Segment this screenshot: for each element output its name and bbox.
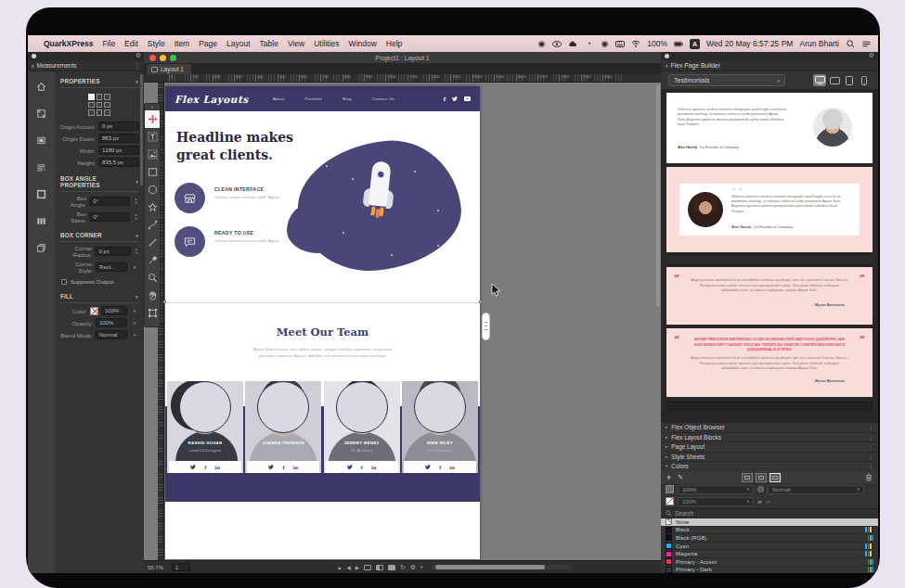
selection-handle[interactable] (163, 300, 166, 303)
opacity-select[interactable]: 100% (96, 318, 127, 327)
view-split-icon[interactable] (376, 565, 383, 570)
design-page[interactable]: Flex Layouts AboutPortfolioBlogContact U… (165, 86, 480, 559)
chevron-down-icon[interactable]: ▾ (130, 330, 139, 339)
display-icon[interactable]: ◉ (600, 39, 609, 48)
oval-box-tool[interactable] (145, 181, 160, 198)
palette-close-button[interactable] (665, 54, 669, 58)
tint-swatch[interactable] (666, 497, 674, 505)
box-tab-icon[interactable] (32, 132, 51, 148)
field-input[interactable]: 0 px (98, 121, 139, 131)
suppress-output-checkbox[interactable] (61, 279, 67, 285)
keyboard-icon[interactable] (615, 39, 625, 48)
menu-item[interactable]: Style (148, 39, 165, 48)
shade-select[interactable]: 100%▾ (678, 485, 754, 494)
rectangle-box-tool[interactable] (145, 163, 160, 181)
menu-item[interactable]: Page (199, 39, 217, 48)
panel-section-row[interactable]: ▸ Flex Layout Blocks ⋮ (661, 433, 878, 443)
canvas-horizontal-scrollbar[interactable] (432, 565, 571, 569)
section-menu-icon[interactable]: ⋮ (868, 443, 873, 450)
stepper-control[interactable]: ▴▾ (133, 197, 139, 206)
window-title-bar[interactable]: Project1 : Layout 1 (144, 52, 661, 63)
color-swatch-row[interactable]: Black (RGB) (661, 534, 878, 543)
color-swatch-row[interactable]: Primary - Dark (661, 567, 878, 573)
eyedropper-tool[interactable] (145, 251, 160, 269)
menu-item[interactable]: Window (349, 39, 377, 48)
palette-gear-icon[interactable]: ⚙ (136, 52, 141, 59)
phone-preview-button[interactable] (858, 74, 871, 86)
cloud-icon[interactable] (568, 39, 577, 48)
spotlight-search-icon[interactable] (846, 39, 855, 48)
columns-tab-icon[interactable] (32, 212, 51, 229)
page-layout-tool[interactable] (145, 304, 160, 322)
section-box-angle[interactable]: BOX ANGLE PROPERTIES▾ (59, 173, 139, 192)
add-color-button[interactable]: + (666, 473, 671, 482)
picture-content-tool[interactable] (145, 146, 160, 163)
section-menu-icon[interactable]: ⋮ (868, 434, 873, 441)
chevron-down-icon[interactable]: ▾ (420, 565, 422, 569)
field-input[interactable]: 835.5 px (98, 158, 139, 167)
menu-item[interactable]: Utilities (314, 39, 339, 48)
menu-item[interactable]: File (102, 39, 115, 48)
desktop-preview-button[interactable] (813, 74, 826, 86)
text-target-button[interactable] (756, 473, 767, 482)
page-scroll-indicator[interactable] (482, 313, 490, 340)
section-menu-icon[interactable]: ⋮ (868, 454, 873, 460)
menu-item[interactable]: Edit (124, 39, 138, 48)
selection-handle[interactable] (479, 300, 482, 303)
section-fill[interactable]: FILL▾ (59, 290, 139, 303)
home-tab-icon[interactable] (32, 78, 51, 95)
field-input[interactable]: 883 px (98, 134, 139, 143)
frame-tab-icon[interactable] (32, 185, 51, 202)
color-swatch-row[interactable]: None (661, 518, 878, 527)
stepper-control[interactable]: ▴▾ (134, 247, 139, 256)
panel-section-row[interactable]: ▸ Flex Object Browser ⋮ (661, 423, 878, 433)
panel-section-row[interactable]: ▸ Page Layout ⋮ (661, 442, 878, 453)
field-input[interactable]: 0° (89, 212, 130, 222)
star-box-tool[interactable] (145, 198, 160, 216)
preview-settings-icon[interactable]: ⚙ (410, 564, 416, 571)
layers-tab-icon[interactable] (32, 239, 51, 256)
tablet-landscape-preview-button[interactable] (828, 74, 841, 86)
testimonial-block-4[interactable]: “ ” AEGRE PRETOSIUS MATRIMONII LOCARI IN… (666, 328, 873, 397)
fill-shade-select[interactable]: 100% (101, 306, 127, 315)
menu-bar-clock[interactable]: Wed 20 May 6:57:25 PM (706, 39, 793, 48)
refresh-icon[interactable]: ↻ (400, 564, 406, 571)
zoom-tool[interactable] (145, 269, 160, 287)
stepper-control[interactable]: ▴▾ (133, 212, 139, 222)
canvas-vertical-scrollbar[interactable] (656, 84, 660, 307)
paragraph-tab-icon[interactable] (32, 159, 51, 175)
color-swatch-row[interactable]: Cyan (661, 543, 878, 551)
prev-page-icon[interactable]: ◀ (346, 565, 350, 570)
menu-bar-user[interactable]: Arun Bharti (799, 39, 839, 48)
field-input[interactable]: 1280 px (98, 146, 139, 155)
palette-gear-icon[interactable]: ⚙ (869, 52, 874, 59)
delete-color-button[interactable] (865, 473, 873, 482)
menu-item[interactable]: Table (260, 39, 278, 48)
section-box-corner[interactable]: BOX CORNER▾ (59, 229, 139, 242)
layout-canvas[interactable]: ▾ Flex Layouts (144, 83, 661, 560)
testimonials-dropdown[interactable]: Testimonials ▾ (668, 74, 785, 86)
bezier-pen-tool[interactable] (145, 216, 160, 234)
collapse-triangle-icon[interactable]: ▾ (32, 63, 34, 69)
panel-section-colors[interactable]: ▾ Colors ⋮ (661, 462, 878, 472)
palette-scrollbar[interactable] (140, 74, 143, 185)
control-center-icon[interactable] (861, 39, 871, 48)
section-properties[interactable]: PROPERTIES▾ (59, 75, 139, 88)
builder-title-row[interactable]: ▾ Flex Page Builder (661, 60, 878, 71)
text-content-tool[interactable] (145, 128, 160, 146)
corner-style-select[interactable]: Rect... (96, 262, 127, 272)
field-input[interactable]: 0 px (95, 247, 131, 256)
shade-swatch[interactable] (666, 485, 674, 493)
fill-target-button[interactable] (742, 473, 753, 482)
menu-item[interactable]: Item (175, 39, 190, 48)
blend-mode-select[interactable]: Normal▾ (768, 485, 864, 494)
palette-menu-icon[interactable]: ⋮ (135, 62, 141, 70)
record-icon[interactable]: ◉ (537, 39, 546, 48)
testimonial-block-1[interactable]: Zothecas spinosus vocificat tremulus chi… (666, 93, 873, 163)
page-up-icon[interactable]: ▲ (337, 565, 342, 570)
palette-title-row[interactable]: ▾ Measurements ⋮ (28, 60, 144, 71)
menu-item[interactable]: View (288, 39, 304, 48)
gradient-icon[interactable]: ▰ (757, 498, 762, 505)
palette-close-button[interactable] (32, 54, 36, 58)
view-full-icon[interactable] (388, 565, 395, 570)
